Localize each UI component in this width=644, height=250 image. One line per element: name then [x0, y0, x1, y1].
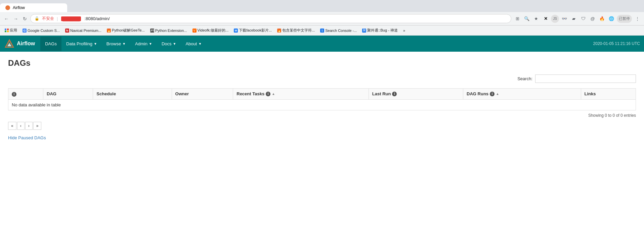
th-dag: DAG — [43, 89, 93, 100]
bookmark-videofk-label: Videofk:做最好的... — [198, 28, 229, 33]
first-page-button[interactable]: « — [8, 122, 16, 130]
hide-paused-link[interactable]: Hide Paused DAGs — [8, 135, 46, 140]
dag-runs-info-icon[interactable]: i — [490, 92, 495, 96]
nav-browse-caret: ▼ — [122, 42, 126, 46]
bookmark-google-label: Google Custom S... — [28, 29, 60, 33]
search-label: Search: — [517, 76, 532, 81]
nav-browse-label: Browse — [106, 41, 121, 46]
nav-item-dags[interactable]: DAGs — [40, 37, 61, 51]
globe-icon[interactable]: 🌐 — [607, 15, 615, 23]
dag-table: i DAG Schedule Owner Recent Tasks i ▲ — [8, 88, 636, 110]
nav-item-docs[interactable]: Docs ▼ — [157, 37, 181, 51]
x-icon[interactable]: ✕ — [542, 15, 550, 23]
shield-icon[interactable]: 🛡 — [579, 15, 587, 23]
showing-text: Showing 0 to 0 of 0 entries — [588, 113, 636, 118]
brand-name: Airflow — [17, 41, 35, 47]
bookmark-search-console-label: Search Console -... — [325, 29, 357, 33]
nav-item-data-profiling[interactable]: Data Profiling ▼ — [61, 37, 102, 51]
bookmark-navicat-label: Navicat Premium... — [70, 29, 101, 33]
nav-admin-label: Admin — [135, 41, 147, 46]
fire-icon[interactable]: 🔥 — [598, 15, 606, 23]
bookmark-more[interactable]: » — [401, 28, 407, 33]
address-url-suffix: :8080/admin/ — [84, 16, 110, 21]
nav-item-about[interactable]: About ▼ — [181, 37, 206, 51]
last-run-info-icon[interactable]: i — [392, 92, 397, 96]
bookmark-navicat[interactable]: N Navicat Premium... — [63, 28, 103, 33]
bookmark-icon[interactable]: ★ — [532, 15, 540, 23]
toggle-info-icon[interactable]: i — [12, 92, 16, 97]
address-redacted: ██████ — [61, 16, 81, 21]
facebook-favicon: M — [234, 29, 238, 33]
bookmark-chinese-chars-label: 包含某些中文字符... — [282, 28, 315, 33]
bookmark-python-gee-label: Python破解GeeTe... — [112, 28, 145, 33]
recent-tasks-info-icon[interactable]: i — [266, 92, 270, 96]
python-gee-favicon: 🔥 — [107, 29, 111, 33]
th-schedule: Schedule — [93, 89, 172, 100]
google-favicon: G — [23, 29, 27, 33]
navicat-favicon: N — [65, 29, 69, 33]
nav-data-profiling-label: Data Profiling — [66, 41, 92, 46]
apps-icon — [5, 29, 9, 33]
app-navbar: Airflow DAGs Data Profiling ▼ Browse ▼ A… — [0, 36, 644, 52]
th-owner-label: Owner — [175, 91, 189, 96]
nav-item-browse[interactable]: Browse ▼ — [102, 37, 130, 51]
th-dag-label: DAG — [47, 91, 56, 96]
nav-docs-caret: ▼ — [173, 42, 176, 46]
prev-page-button[interactable]: ‹ — [17, 122, 25, 130]
nav-dags-label: DAGs — [45, 41, 57, 46]
security-icon: 🔓 — [35, 16, 39, 21]
page-title: DAGs — [8, 58, 636, 68]
th-last-run-label: Last Run — [372, 91, 391, 96]
forward-button[interactable]: → — [12, 15, 19, 23]
app-brand: Airflow — [4, 38, 35, 49]
videofk-favicon: V — [192, 29, 197, 33]
reload-button[interactable]: ↻ — [22, 15, 28, 23]
next-page-button[interactable]: › — [25, 122, 33, 130]
search-row: Search: — [8, 74, 636, 83]
empty-message: No data available in table — [8, 99, 636, 110]
pagination: « ‹ › » — [8, 122, 636, 130]
puzzle-icon[interactable]: ▰ — [570, 15, 578, 23]
python-ext-favicon: LFD — [150, 29, 154, 33]
recent-tasks-sort-icon[interactable]: ▲ — [272, 92, 275, 96]
bookmark-facebook[interactable]: M 下载facebook影片... — [232, 27, 274, 34]
bookmark-search-console[interactable]: S Search Console -... — [318, 28, 359, 33]
active-tab[interactable]: Airflow — [0, 3, 67, 12]
profile-label: 已暂停 — [619, 16, 630, 21]
menu-icon[interactable]: ⋮ — [633, 15, 641, 23]
bookmark-python-ext[interactable]: LFD Python Extension... — [148, 28, 189, 33]
profile-button[interactable]: 已暂停 — [617, 15, 632, 23]
bookmark-python-gee[interactable]: 🔥 Python破解GeeTe... — [105, 27, 147, 34]
bookmarks-bar: 应用 G Google Custom S... N Navicat Premiu… — [0, 26, 644, 36]
back-button[interactable]: ← — [3, 15, 10, 23]
table-empty-row: No data available in table — [8, 99, 636, 110]
bookmark-apps[interactable]: 应用 — [3, 27, 19, 34]
bookmark-google-custom[interactable]: G Google Custom S... — [20, 28, 62, 33]
nav-item-admin[interactable]: Admin ▼ — [130, 37, 157, 51]
last-page-button[interactable]: » — [33, 122, 42, 130]
th-recent-tasks: Recent Tasks i ▲ — [233, 89, 369, 100]
bookmark-videofk[interactable]: V Videofk:做最好的... — [190, 27, 231, 34]
th-owner: Owner — [172, 89, 233, 100]
security-label: 不安全 — [42, 16, 54, 21]
bug-favicon: 聚 — [362, 29, 366, 33]
bookmark-facebook-label: 下载facebook影片... — [239, 28, 272, 33]
at-icon[interactable]: @ — [589, 15, 597, 23]
nav-docs-label: Docs — [162, 41, 172, 46]
glasses-icon[interactable]: 👓 — [560, 15, 568, 23]
nav-about-label: About — [185, 41, 197, 46]
translate-icon[interactable]: ⊞ — [513, 15, 521, 23]
nav-admin-caret: ▼ — [149, 42, 152, 46]
js-icon[interactable]: JS — [551, 15, 559, 23]
chinese-chars-favicon: 🔥 — [277, 29, 281, 33]
address-bar[interactable]: 🔓 不安全 | ██████ :8080/admin/ — [30, 14, 511, 23]
bookmark-chinese-chars[interactable]: 🔥 包含某些中文字符... — [275, 27, 317, 34]
bookmark-bug[interactable]: 聚 聚外通::Bug - 禅道 — [360, 27, 399, 34]
browser-action-icons: ⊞ 🔍 ★ ✕ JS 👓 ▰ 🛡 @ 🔥 🌐 已暂停 ⋮ — [513, 15, 641, 23]
search-input[interactable] — [535, 74, 636, 83]
tab-favicon — [5, 5, 10, 10]
zoom-icon[interactable]: 🔍 — [523, 15, 531, 23]
dag-runs-sort-icon[interactable]: ▲ — [496, 92, 499, 96]
airflow-logo-icon — [4, 38, 15, 49]
th-dag-runs-label: DAG Runs — [467, 91, 488, 96]
